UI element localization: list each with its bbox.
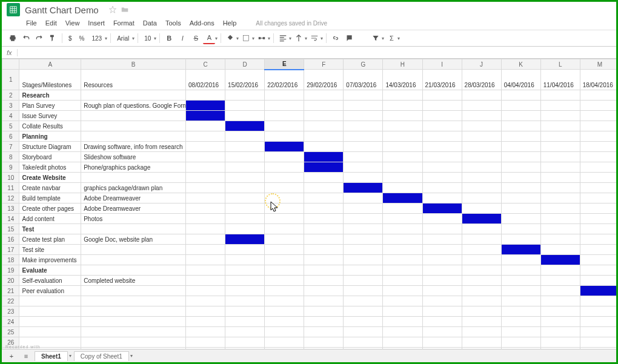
cell-A4[interactable]: Issue Survey [19, 111, 81, 121]
cell-J8[interactable] [462, 152, 501, 162]
undo-icon[interactable] [20, 32, 32, 44]
cell-B5[interactable] [81, 121, 186, 131]
cell-date-10[interactable]: 18/04/2016 [580, 70, 616, 90]
cell-J16[interactable] [462, 234, 501, 245]
cell-date-9[interactable]: 11/04/2016 [540, 70, 580, 90]
cell-L14[interactable] [540, 214, 580, 224]
cell-C5[interactable] [186, 121, 225, 131]
functions-button[interactable]: Σ [385, 32, 397, 44]
cell-B6[interactable] [81, 131, 186, 142]
cell-F9[interactable] [304, 162, 344, 173]
cell-M3[interactable] [580, 101, 616, 111]
row-header-3[interactable]: 3 [2, 101, 19, 111]
cell-F13[interactable] [304, 204, 344, 214]
cell-H8[interactable] [383, 152, 422, 162]
cell-D12[interactable] [225, 193, 265, 204]
cell-C12[interactable] [186, 193, 225, 204]
cell-J22[interactable] [462, 296, 501, 306]
cell-A13[interactable]: Create other pages [19, 204, 81, 214]
cell-I11[interactable] [422, 183, 462, 193]
cell-I15[interactable] [422, 224, 462, 234]
menu-help[interactable]: Help [223, 19, 237, 27]
cell-F21[interactable] [304, 286, 344, 296]
cell-A20[interactable]: Self-evaluation [19, 276, 81, 286]
cell-L20[interactable] [540, 276, 580, 286]
cell-H12[interactable] [383, 193, 422, 204]
row-header-1[interactable]: 1 [2, 70, 19, 90]
cell-M6[interactable] [580, 131, 616, 142]
cell-E9[interactable] [265, 162, 304, 173]
cell-K3[interactable] [501, 101, 540, 111]
cell-date-8[interactable]: 04/04/2016 [501, 70, 540, 90]
cell-G13[interactable] [344, 204, 383, 214]
cell-A24[interactable] [19, 317, 81, 327]
cell-A19[interactable]: Evaluate [19, 265, 81, 276]
cell-L10[interactable] [540, 173, 580, 183]
cell-K24[interactable] [501, 317, 540, 327]
cell-C6[interactable] [186, 131, 225, 142]
cell-H22[interactable] [383, 296, 422, 306]
cell-L12[interactable] [540, 193, 580, 204]
cell-M15[interactable] [580, 224, 616, 234]
column-header-F[interactable]: F [304, 59, 344, 70]
cell-D8[interactable] [225, 152, 265, 162]
cell-M7[interactable] [580, 142, 616, 152]
menu-view[interactable]: View [65, 19, 80, 27]
cell-B8[interactable]: Slideshow software [81, 152, 186, 162]
cell-C19[interactable] [186, 265, 225, 276]
cell-B19[interactable] [81, 265, 186, 276]
cell-J5[interactable] [462, 121, 501, 131]
cell-G14[interactable] [344, 214, 383, 224]
cell-E5[interactable] [265, 121, 304, 131]
cell-J18[interactable] [462, 255, 501, 265]
cell-E21[interactable] [265, 286, 304, 296]
row-header-18[interactable]: 18 [2, 255, 19, 265]
cell-F7[interactable] [304, 142, 344, 152]
chart-icon[interactable] [356, 32, 368, 44]
cell-D13[interactable] [225, 204, 265, 214]
cell-F25[interactable] [304, 327, 344, 337]
cell-C4[interactable] [186, 111, 225, 121]
menu-edit[interactable]: Edit [45, 19, 57, 27]
number-format-button[interactable]: 123 [88, 33, 105, 44]
sheet-tab-1[interactable]: Sheet1 [35, 351, 68, 361]
cell-F8[interactable] [304, 152, 344, 162]
cell-A18[interactable]: Make improvements [19, 255, 81, 265]
cell-J4[interactable] [462, 111, 501, 121]
cell-C18[interactable] [186, 255, 225, 265]
cell-G22[interactable] [344, 296, 383, 306]
cell-L18[interactable] [540, 255, 580, 265]
cell-H21[interactable] [383, 286, 422, 296]
column-header-J[interactable]: J [462, 59, 501, 70]
add-sheet-icon[interactable]: + [5, 350, 18, 362]
row-header-16[interactable]: 16 [2, 234, 19, 245]
cell-B13[interactable]: Adobe Dreamweaver [81, 204, 186, 214]
cell-A17[interactable]: Test site [19, 245, 81, 255]
cell-I10[interactable] [422, 173, 462, 183]
cell-M12[interactable] [580, 193, 616, 204]
cell-C23[interactable] [186, 306, 225, 317]
cell-L8[interactable] [540, 152, 580, 162]
cell-A9[interactable]: Take/edit photos [19, 162, 81, 173]
cell-H10[interactable] [383, 173, 422, 183]
cell-F15[interactable] [304, 224, 344, 234]
cell-A7[interactable]: Structure Diagram [19, 142, 81, 152]
cell-E22[interactable] [265, 296, 304, 306]
cell-H15[interactable] [383, 224, 422, 234]
cell-B17[interactable] [81, 245, 186, 255]
column-header-B[interactable]: B [81, 59, 186, 70]
cell-G3[interactable] [344, 101, 383, 111]
menu-insert[interactable]: Insert [88, 19, 105, 27]
borders-icon[interactable] [240, 32, 252, 44]
cell-L21[interactable] [540, 286, 580, 296]
cell-J11[interactable] [462, 183, 501, 193]
cell-G16[interactable] [344, 234, 383, 245]
menu-data[interactable]: Data [143, 19, 157, 27]
cell-M4[interactable] [580, 111, 616, 121]
cell-J14[interactable] [462, 214, 501, 224]
cell-B12[interactable]: Adobe Dreamweaver [81, 193, 186, 204]
cell-H11[interactable] [383, 183, 422, 193]
cell-K6[interactable] [501, 131, 540, 142]
cell-G9[interactable] [344, 162, 383, 173]
cell-C7[interactable] [186, 142, 225, 152]
